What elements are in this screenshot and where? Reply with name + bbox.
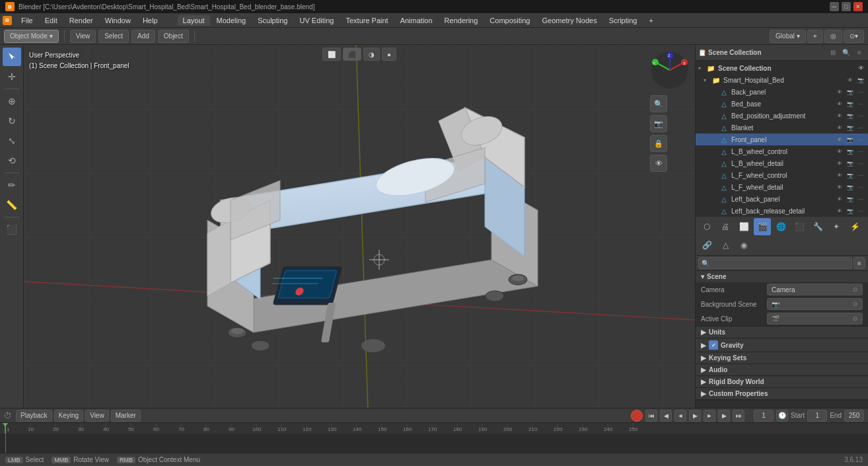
render-back-panel[interactable]: 📷 xyxy=(846,87,855,97)
prop-tab-modifier[interactable]: 🔧 xyxy=(809,218,826,235)
visibility-lb-wheel-detail[interactable]: 👁 xyxy=(835,159,844,168)
extra-front-panel[interactable]: ⋯ xyxy=(856,135,865,144)
tree-item-lb-wheel-ctrl[interactable]: ▾ △ L_B_wheel_control 👁 📷 ⋯ xyxy=(696,145,868,157)
extra-bed-base[interactable]: ⋯ xyxy=(856,99,865,108)
visibility-front-panel[interactable]: 👁 xyxy=(835,135,844,144)
next-frame-btn[interactable]: ▶ xyxy=(718,410,730,422)
prev-frame-btn[interactable]: ◀ xyxy=(660,410,672,422)
menu-file[interactable]: File xyxy=(16,15,38,26)
zoom-in-btn[interactable]: 🔍 xyxy=(650,95,667,112)
render-blanket[interactable]: 📷 xyxy=(846,123,855,132)
render-bed-base[interactable]: 📷 xyxy=(846,99,855,108)
section-keying-sets-header[interactable]: ▶ Keying Sets xyxy=(696,352,868,364)
prop-tab-output[interactable]: 🖨 xyxy=(717,218,734,235)
visibility-blanket[interactable]: 👁 xyxy=(835,123,844,132)
gravity-checkbox[interactable]: ✓ xyxy=(709,340,718,350)
tab-scripting[interactable]: Scripting xyxy=(604,15,643,26)
viewport-3d[interactable]: User Perspective (1) Scene Collection | … xyxy=(24,45,695,408)
menu-render[interactable]: Render xyxy=(64,15,98,26)
render-lb-wheel-ctrl[interactable]: 📷 xyxy=(846,147,855,156)
tab-texture-paint[interactable]: Texture Paint xyxy=(340,15,393,26)
section-rigid-body-header[interactable]: ▶ Rigid Body World xyxy=(696,376,868,387)
tab-modeling[interactable]: Modeling xyxy=(211,15,252,26)
timeline-track[interactable] xyxy=(0,434,868,453)
nav-gizmo[interactable]: X Y Z xyxy=(650,50,690,90)
menu-edit[interactable]: Edit xyxy=(40,15,63,26)
render-toggle-bed[interactable]: 📷 xyxy=(856,75,865,85)
props-filter-btn[interactable]: ≡ xyxy=(853,257,865,269)
visibility-lf-wheel-detail[interactable]: 👁 xyxy=(835,182,844,192)
tree-item-bed-pos-adj[interactable]: ▾ △ Bed_position_adjustment 👁 📷 ⋯ xyxy=(696,110,868,122)
prop-tab-material[interactable]: ◉ xyxy=(735,237,752,254)
prop-value-bg-scene[interactable]: 📷 ⊙ xyxy=(767,298,863,310)
view-menu[interactable]: View xyxy=(70,30,96,43)
snap-toggle[interactable]: ⌖ xyxy=(807,30,823,43)
prop-tab-scene[interactable]: 🎬 xyxy=(754,218,771,235)
tool-add-cube[interactable]: ⬛ xyxy=(3,220,21,239)
play-btn[interactable]: ▶ xyxy=(689,410,701,422)
tree-item-front-panel[interactable]: ▾ △ Front_panel 👁 📷 ⋯ xyxy=(696,134,868,145)
render-lb-wheel-detail[interactable]: 📷 xyxy=(846,159,855,168)
extra-left-back-release[interactable]: ⋯ xyxy=(856,206,865,215)
playback-menu[interactable]: Playback xyxy=(16,410,52,422)
tab-animation[interactable]: Animation xyxy=(395,15,438,26)
viewport-shading-wire[interactable]: ⬜ xyxy=(322,48,341,61)
tool-cursor[interactable]: ✛ xyxy=(3,67,21,86)
tool-select[interactable] xyxy=(3,48,21,66)
render-lf-wheel-ctrl[interactable]: 📷 xyxy=(846,171,855,180)
render-pos-adj[interactable]: 📷 xyxy=(846,111,855,120)
prev-keyframe-btn[interactable]: ◄ xyxy=(674,410,686,422)
outliner-search-btn[interactable]: 🔍 xyxy=(840,47,852,59)
extra-pos-adj[interactable]: ⋯ xyxy=(856,111,865,120)
lock-view-btn[interactable]: 🔒 xyxy=(650,135,667,152)
jump-start-btn[interactable]: ⏮ xyxy=(645,410,657,422)
active-clip-eyedropper[interactable]: ⊙ xyxy=(853,315,858,322)
menu-help[interactable]: Help xyxy=(137,15,163,26)
maximize-button[interactable]: □ xyxy=(842,2,851,11)
section-audio-header[interactable]: ▶ Audio xyxy=(696,364,868,375)
prop-value-camera[interactable]: Camera ⊙ xyxy=(767,284,863,295)
tree-item-scene-collection[interactable]: ▾ 📁 Scene Collection 👁 xyxy=(696,62,868,74)
camera-view-btn[interactable]: 📷 xyxy=(650,115,667,132)
prop-tab-render[interactable]: ⬡ xyxy=(698,218,715,235)
tab-add[interactable]: + xyxy=(643,15,658,26)
prop-tab-world[interactable]: 🌐 xyxy=(772,218,789,235)
extra-lb-wheel-detail[interactable]: ⋯ xyxy=(856,159,865,168)
prop-tab-particles[interactable]: ✦ xyxy=(828,218,845,235)
object-menu[interactable]: Object xyxy=(158,30,189,43)
add-menu[interactable]: Add xyxy=(131,30,155,43)
minimize-button[interactable]: ─ xyxy=(830,2,839,11)
outliner-filter-btn[interactable]: ⊞ xyxy=(827,47,839,59)
tree-item-back-panel[interactable]: ▾ △ Back_panel 👁 📷 ⋯ xyxy=(696,86,868,98)
visibility-bed-base[interactable]: 👁 xyxy=(835,99,844,108)
timeline-body[interactable]: 1 10 20 30 40 50 60 70 80 xyxy=(0,423,868,453)
close-button[interactable]: ✕ xyxy=(853,2,863,11)
menu-window[interactable]: Window xyxy=(100,15,136,26)
overlay-btn[interactable]: 👁 xyxy=(650,155,667,172)
tab-geometry-nodes[interactable]: Geometry Nodes xyxy=(536,15,602,26)
transform-pivot[interactable]: ⊙▾ xyxy=(844,30,864,43)
prop-tab-viewlayer[interactable]: ⬜ xyxy=(735,218,752,235)
section-custom-props-header[interactable]: ▶ Custom Properties xyxy=(696,388,868,399)
prop-tab-data[interactable]: △ xyxy=(717,237,734,254)
tree-item-lb-wheel-detail[interactable]: ▾ △ L_B_wheel_detail 👁 📷 ⋯ xyxy=(696,157,868,169)
timeline-view-menu[interactable]: View xyxy=(85,410,109,422)
extra-lf-wheel-ctrl[interactable]: ⋯ xyxy=(856,171,865,180)
render-front-panel[interactable]: 📷 xyxy=(846,135,855,144)
tree-item-left-back-release[interactable]: ▾ △ Left_back_release_detail 👁 📷 ⋯ xyxy=(696,205,868,217)
tool-rotate[interactable]: ↻ xyxy=(3,112,21,130)
visibility-left-back-release[interactable]: 👁 xyxy=(835,206,844,215)
keying-menu[interactable]: Keying xyxy=(54,410,84,422)
tree-item-lf-wheel-detail[interactable]: ▾ △ L_F_wheel_detail 👁 📷 ⋯ xyxy=(696,181,868,193)
extra-left-back-panel[interactable]: ⋯ xyxy=(856,194,865,204)
tab-layout[interactable]: Layout xyxy=(178,15,210,26)
start-frame-input[interactable] xyxy=(807,410,827,422)
next-keyframe-btn[interactable]: ► xyxy=(704,410,715,422)
visibility-pos-adj[interactable]: 👁 xyxy=(835,111,844,120)
tree-item-left-back-panel[interactable]: ▾ △ Left_back_panel 👁 📷 ⋯ xyxy=(696,193,868,205)
section-units-header[interactable]: ▶ Units xyxy=(696,327,868,338)
extra-blanket[interactable]: ⋯ xyxy=(856,123,865,132)
prop-tab-physics[interactable]: ⚡ xyxy=(846,218,863,235)
section-gravity-header[interactable]: ▶ ✓ Gravity xyxy=(696,338,868,352)
select-menu[interactable]: Select xyxy=(98,30,129,43)
